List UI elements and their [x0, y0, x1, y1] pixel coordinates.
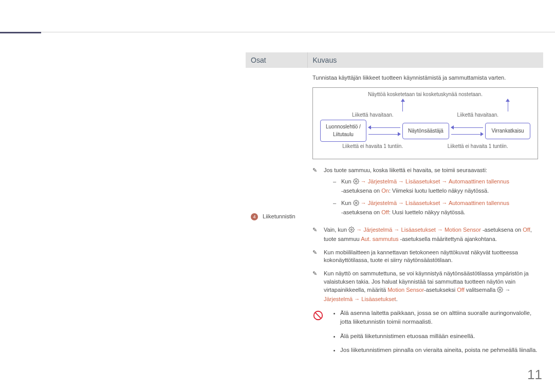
- gear-icon: [353, 178, 359, 187]
- note-item: ✎ Jos tuote sammuu, koska liikettä ei ha…: [312, 166, 538, 221]
- setting-value: Off: [457, 287, 464, 293]
- sub-item-text: Kun → Järjestelmä → Lisäasetukset → Auto…: [341, 178, 509, 195]
- state-box-b: Näytönsäästäjä: [402, 123, 449, 139]
- kuvaus-lead: Tunnistaa käyttäjän liikkeet tuotteen kä…: [312, 74, 538, 82]
- state-a-line2: Liitutaulu: [326, 131, 361, 139]
- note-body: Kun mobiililaitteen ja kannettavan tieto…: [324, 249, 538, 265]
- osat-label: Liiketunnistin: [263, 213, 295, 219]
- diagram-mid-captions: Liikettä havaitaan. Liikettä havaitaan.: [320, 111, 530, 119]
- dash-bullet: –: [333, 178, 337, 195]
- sub-item: – Kun → Järjestelmä → Lisäasetukset → Au…: [333, 199, 538, 217]
- header-rule: [0, 32, 555, 32]
- warning-block: Älä asenna laitetta paikkaan, jossa se o…: [312, 309, 538, 360]
- diagram-top-caption: Näyttöä kosketetaan tai kosketuskynää no…: [313, 91, 538, 99]
- note-end: .: [396, 296, 398, 302]
- diagram-bot-captions: Liikettä ei havaita 1 tuntiin. Liikettä …: [320, 143, 530, 151]
- arrow-up-icon: [508, 99, 508, 111]
- page-number: 11: [527, 367, 542, 383]
- sub-post: : Viimeksi luotu luettelo näkyy näytössä…: [389, 188, 489, 194]
- dash-bullet: –: [333, 199, 337, 217]
- prohibition-icon: [312, 310, 324, 360]
- menu-path: → Järjestelmä → Lisäasetukset → Automaat…: [361, 200, 509, 206]
- menu-path: → Järjestelmä → Lisäasetukset → Motion S…: [356, 227, 481, 233]
- table-row: 4 Liiketunnistin Tunnistaa käyttäjän lii…: [246, 68, 543, 365]
- sub-item-text: Kun → Järjestelmä → Lisäasetukset → Auto…: [341, 199, 509, 217]
- note-post-pre: valitsemalla: [465, 287, 497, 293]
- warning-item: Älä asenna laitetta paikkaan, jossa se o…: [340, 309, 538, 327]
- warning-item: Jos liiketunnistimen pinnalla on vierait…: [340, 346, 538, 354]
- note-item: ✎ Kun näyttö on sammutettuna, se voi käy…: [312, 270, 538, 304]
- note-post: -asetuksella määritettynä ajankohtana.: [399, 236, 497, 242]
- state-box-c: Virrankatkaisu: [485, 123, 530, 139]
- arrow-up-icon: [402, 99, 403, 111]
- parts-table: Osat Kuvaus 4 Liiketunnistin Tunnistaa k…: [246, 52, 543, 365]
- sub-mid: -asetuksena on: [341, 188, 381, 194]
- arrow-right-icon: [368, 134, 400, 135]
- setting-value: Off: [523, 227, 530, 233]
- diagram-caption-left-bot: Liikettä ei havaita 1 tuntiin.: [320, 143, 425, 151]
- arrow-group-left: [366, 127, 402, 135]
- header-tab-indicator: [0, 32, 41, 33]
- arrow-right-icon: [451, 134, 483, 135]
- diagram-caption-right-bot: Liikettä ei havaita 1 tuntiin.: [425, 143, 531, 151]
- note-item: ✎ Vain, kun → Järjestelmä → Lisäasetukse…: [312, 226, 538, 244]
- arrow-group-right: [449, 127, 485, 135]
- gear-icon: [353, 200, 359, 209]
- sub-mid: -asetuksena on: [341, 209, 381, 215]
- warning-item: Älä peitä liiketunnistimen etuosaa millä…: [340, 332, 538, 341]
- osat-cell: 4 Liiketunnistin: [246, 68, 307, 365]
- svg-point-2: [351, 229, 353, 230]
- note-icon: ✎: [312, 270, 319, 304]
- setting-value: Off: [381, 209, 388, 215]
- setting-value: On: [381, 188, 389, 194]
- sub-post: : Uusi luettelo näkyy näytössä.: [389, 209, 466, 215]
- menu-path: Järjestelmä → Lisäasetukset: [324, 296, 396, 302]
- note-item: ✎ Kun mobiililaitteen ja kannettavan tie…: [312, 249, 538, 265]
- note-body: Jos tuote sammuu, koska liikettä ei hava…: [324, 166, 538, 221]
- warning-list: Älä asenna laitetta paikkaan, jossa se o…: [331, 309, 538, 360]
- col-header-kuvaus: Kuvaus: [307, 52, 543, 68]
- diagram-caption-right-top: Liikettä havaitaan.: [425, 111, 531, 119]
- arrow-left-icon: [451, 127, 483, 128]
- state-box-a: Luonnoslehtiö / Liitutaulu: [320, 120, 366, 142]
- svg-point-3: [499, 289, 501, 291]
- note-body: Vain, kun → Järjestelmä → Lisäasetukset …: [324, 226, 538, 244]
- item-number-badge: 4: [251, 213, 258, 220]
- diagram-caption-left-top: Liikettä havaitaan.: [320, 111, 425, 119]
- note-pre: Vain, kun: [324, 227, 348, 233]
- setting-name: Aut. sammutus: [361, 236, 398, 242]
- note1-lead: Jos tuote sammuu, koska liikettä ei hava…: [324, 167, 487, 173]
- gear-icon: [348, 227, 355, 235]
- note-icon: ✎: [312, 166, 319, 221]
- arrow-left-icon: [368, 127, 400, 128]
- note-mid: -asetukseksi: [424, 287, 457, 293]
- diagram-states: Luonnoslehtiö / Liitutaulu Näytönsäästäj…: [320, 120, 530, 142]
- menu-path: → Järjestelmä → Lisäasetukset → Automaat…: [361, 178, 509, 184]
- note-body: Kun näyttö on sammutettuna, se voi käynn…: [324, 270, 538, 304]
- state-diagram: Näyttöä kosketetaan tai kosketuskynää no…: [312, 87, 538, 159]
- svg-point-0: [355, 180, 357, 182]
- content-frame: Osat Kuvaus 4 Liiketunnistin Tunnistaa k…: [246, 52, 543, 365]
- setting-name: Motion Sensor: [387, 287, 424, 293]
- col-header-osat: Osat: [246, 52, 307, 68]
- sub-pre: Kun: [341, 200, 353, 206]
- sub-list: – Kun → Järjestelmä → Lisäasetukset → Au…: [324, 178, 538, 217]
- sub-item: – Kun → Järjestelmä → Lisäasetukset → Au…: [333, 178, 538, 195]
- kuvaus-cell: Tunnistaa käyttäjän liikkeet tuotteen kä…: [307, 68, 543, 365]
- note-icon: ✎: [312, 249, 319, 265]
- gear-icon: [497, 287, 503, 295]
- sub-pre: Kun: [341, 178, 353, 184]
- notes-list: ✎ Jos tuote sammuu, koska liikettä ei ha…: [312, 166, 538, 304]
- svg-line-5: [316, 313, 321, 319]
- note-mid: -asetuksena on: [483, 227, 523, 233]
- note-icon: ✎: [312, 226, 319, 244]
- state-a-line1: Luonnoslehtiö /: [326, 123, 361, 131]
- svg-point-1: [355, 202, 357, 203]
